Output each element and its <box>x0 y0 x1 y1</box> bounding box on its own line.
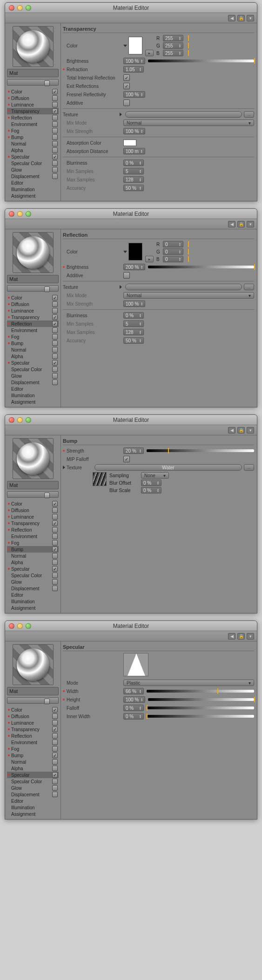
channel-bump[interactable]: Bump <box>7 752 59 759</box>
channel-checkbox[interactable] <box>52 321 58 327</box>
channel-checkbox[interactable] <box>52 779 58 784</box>
channel-environment[interactable]: Environment <box>7 739 59 746</box>
channel-environment[interactable]: Environment <box>7 121 59 127</box>
checkbox-exit-reflections[interactable] <box>123 83 130 89</box>
slider-brightness[interactable] <box>148 266 254 268</box>
channel-checkbox[interactable] <box>52 327 58 333</box>
material-preview-thumb[interactable] <box>13 26 54 67</box>
channel-checkbox[interactable] <box>52 766 58 771</box>
channel-displacement[interactable]: Displacement <box>7 379 59 386</box>
channel-checkbox[interactable] <box>52 740 58 745</box>
preview-scrollbar[interactable] <box>7 79 59 86</box>
menu-button[interactable]: ▾ <box>247 15 254 21</box>
slider-falloff[interactable] <box>147 707 254 709</box>
channel-checkbox[interactable] <box>52 520 58 526</box>
texture-expand-icon[interactable] <box>120 113 122 116</box>
color-swatch[interactable] <box>128 243 142 260</box>
channel-checkbox[interactable] <box>52 573 58 578</box>
material-preview-thumb[interactable] <box>13 644 54 685</box>
channel-displacement[interactable]: Displacement <box>7 585 59 592</box>
spinner-icon[interactable]: ▲▼ <box>139 186 141 190</box>
channel-illumination[interactable]: Illumination <box>7 392 59 399</box>
spinner-icon[interactable]: ▲▼ <box>139 169 141 173</box>
channel-checkbox[interactable] <box>52 134 58 140</box>
spinner-icon[interactable]: ▲▼ <box>139 161 141 165</box>
channel-assignment[interactable]: Assignment <box>7 811 59 817</box>
channel-glow[interactable]: Glow <box>7 785 59 791</box>
rgb-b-field[interactable]: 255▲▼ <box>163 50 183 56</box>
channel-checkbox[interactable] <box>52 367 58 372</box>
menu-button[interactable]: ▾ <box>247 221 254 227</box>
channel-editor[interactable]: Editor <box>7 798 59 804</box>
channel-reflection[interactable]: Reflection <box>7 527 59 533</box>
lock-button[interactable]: 🔒 <box>237 15 245 21</box>
slider-width[interactable] <box>147 690 254 693</box>
channel-bump[interactable]: Bump <box>7 546 59 553</box>
field-accuracy[interactable]: 50 %▲▼ <box>123 337 144 344</box>
channel-checkbox[interactable] <box>52 334 58 340</box>
channel-checkbox[interactable] <box>52 102 58 107</box>
channel-assignment[interactable]: Assignment <box>7 605 59 611</box>
nav-back-button[interactable]: ◀ <box>228 221 235 227</box>
color-swatch[interactable] <box>128 37 142 54</box>
menu-button[interactable]: ▾ <box>247 633 254 640</box>
texture-browse-button[interactable]: ... <box>244 111 254 118</box>
field-blur-scale[interactable]: 0 %▲▼ <box>141 487 161 493</box>
spinner-icon[interactable]: ▲▼ <box>139 313 141 317</box>
slider-inner-width[interactable] <box>147 715 254 718</box>
material-preview-thumb[interactable] <box>13 438 54 479</box>
field-blurriness[interactable]: 0 %▲▼ <box>123 160 144 166</box>
channel-bump[interactable]: Bump <box>7 340 59 347</box>
material-name-field[interactable]: Mat <box>7 481 59 489</box>
channel-illumination[interactable]: Illumination <box>7 804 59 811</box>
field-min-samples[interactable]: 5▲▼ <box>123 168 144 174</box>
channel-checkbox[interactable] <box>52 579 58 585</box>
channel-normal[interactable]: Normal <box>7 347 59 353</box>
channel-diffusion[interactable]: Diffusion <box>7 95 59 101</box>
spinner-icon[interactable]: ▲▼ <box>139 714 141 718</box>
spinner-icon[interactable]: ▲▼ <box>179 257 181 261</box>
material-name-field[interactable]: Mat <box>7 69 59 77</box>
channel-reflection[interactable]: Reflection <box>7 733 59 739</box>
channel-checkbox[interactable] <box>52 733 58 739</box>
color-swatch-small[interactable] <box>123 140 136 146</box>
spinner-icon[interactable]: ▲▼ <box>139 339 141 342</box>
spinner-icon[interactable]: ▲▼ <box>179 242 181 246</box>
spinner-icon[interactable]: ▲▼ <box>179 250 181 253</box>
channel-diffusion[interactable]: Diffusion <box>7 713 59 720</box>
texture-expand-icon[interactable] <box>120 285 122 289</box>
checkbox-additive[interactable] <box>123 272 130 279</box>
channel-assignment[interactable]: Assignment <box>7 193 59 199</box>
channel-diffusion[interactable]: Diffusion <box>7 507 59 513</box>
titlebar[interactable]: Material Editor <box>5 209 257 219</box>
channel-checkbox[interactable] <box>52 514 58 520</box>
spinner-icon[interactable]: ▲▼ <box>141 265 143 269</box>
field-min-samples[interactable]: 5▲▼ <box>123 320 144 327</box>
channel-checkbox[interactable] <box>52 147 58 153</box>
field-accuracy[interactable]: 50 %▲▼ <box>123 185 144 191</box>
channel-normal[interactable]: Normal <box>7 759 59 765</box>
spinner-icon[interactable]: ▲▼ <box>179 44 181 47</box>
rgb-b-field[interactable]: 0▲▼ <box>163 256 183 262</box>
spinner-icon[interactable]: ▲▼ <box>139 178 141 181</box>
channel-fog[interactable]: Fog <box>7 127 59 134</box>
channel-specular-color[interactable]: Specular Color <box>7 778 59 785</box>
channel-checkbox[interactable] <box>52 792 58 797</box>
channel-luminance[interactable]: Luminance <box>7 513 59 520</box>
channel-specular[interactable]: Specular <box>7 153 59 160</box>
channel-diffusion[interactable]: Diffusion <box>7 301 59 307</box>
field-brightness[interactable]: 200 %▲▼ <box>123 264 145 270</box>
field-blur-offset[interactable]: 0 %▲▼ <box>141 480 161 486</box>
nav-back-button[interactable]: ◀ <box>228 633 235 640</box>
titlebar[interactable]: Material Editor <box>5 415 257 425</box>
channel-checkbox[interactable] <box>52 115 58 120</box>
field-inner-width[interactable]: 0 %▲▼ <box>123 713 144 720</box>
channel-checkbox[interactable] <box>52 533 58 539</box>
spinner-icon[interactable]: ▲▼ <box>141 698 143 701</box>
texture-thumbnail[interactable] <box>93 472 107 486</box>
texture-browse-button[interactable]: ... <box>244 284 254 290</box>
channel-normal[interactable]: Normal <box>7 140 59 147</box>
channel-specular[interactable]: Specular <box>7 360 59 366</box>
color-expand-icon[interactable] <box>123 45 127 47</box>
channel-checkbox[interactable] <box>52 353 58 359</box>
